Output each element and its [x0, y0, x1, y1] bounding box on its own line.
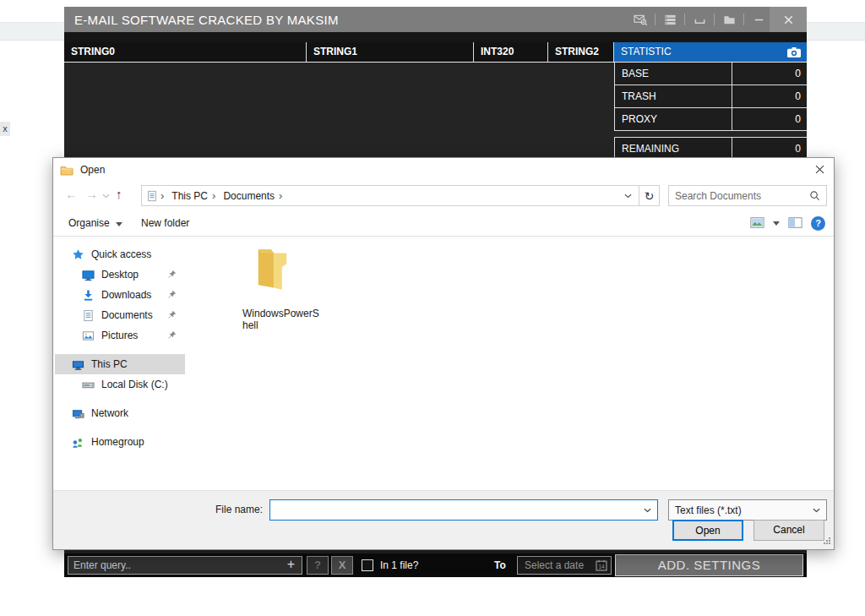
column-header[interactable]: STRING2 [548, 42, 614, 62]
in-file-label: In 1 file? [380, 559, 418, 571]
search-icon [809, 190, 820, 201]
pin-icon [167, 270, 177, 279]
statistic-row: BASE 0 [614, 63, 807, 85]
statistic-value: 0 [732, 108, 807, 130]
breadcrumb-group: Documents› [218, 189, 285, 202]
query-clear-button[interactable]: X [331, 556, 353, 575]
sidebar-item-label: Pictures [101, 330, 138, 341]
column-header[interactable]: STRING0 [64, 42, 307, 62]
file-name-input[interactable] [270, 504, 644, 516]
desktop-icon [82, 269, 96, 281]
up-icon[interactable]: ↑ [116, 187, 122, 201]
breadcrumb-item[interactable]: Documents [218, 190, 276, 202]
network-icon [72, 407, 86, 420]
navigation-pane: Quick access Desktop Downloads Documents [53, 237, 187, 490]
calendar-icon[interactable]: 14 [596, 559, 607, 571]
refresh-icon[interactable]: ↻ [639, 186, 659, 205]
sidebar-item[interactable]: Downloads [55, 285, 185, 305]
sidebar-item[interactable]: Local Disk (C:) [55, 374, 185, 395]
breadcrumb-item[interactable]: This PC [166, 190, 209, 202]
star-icon [72, 248, 86, 261]
minimize-button[interactable] [748, 7, 770, 32]
file-name-label: WindowsPowerShell [242, 308, 320, 331]
new-folder-button[interactable]: New folder [141, 217, 189, 229]
thumbnail-view-icon[interactable] [750, 217, 764, 231]
folder-icon[interactable] [718, 7, 740, 32]
date-picker[interactable]: Select a date 14 [517, 556, 612, 575]
breadcrumb-chevron[interactable]: › [209, 189, 218, 202]
history-chevron-icon[interactable] [102, 194, 110, 199]
sidebar-item[interactable]: Documents [55, 305, 185, 325]
titlebar-buttons [629, 7, 807, 32]
divider [743, 14, 744, 25]
document-icon [82, 309, 96, 322]
search-field[interactable] [668, 185, 827, 206]
dialog-close-button[interactable] [805, 158, 834, 180]
app-title: E-MAIL SOFTWARE CRACKED BY MAKSIM [64, 13, 629, 27]
chevron-down-icon[interactable] [773, 221, 780, 226]
column-header[interactable]: INT320 [474, 42, 548, 62]
sidebar-item-label: Downloads [101, 289, 151, 301]
date-placeholder: Select a date [518, 559, 596, 571]
add-settings-button[interactable]: ADD. SETTINGS [615, 554, 803, 576]
sidebar-item-label: Local Disk (C:) [101, 379, 168, 390]
sidebar-item-label: Quick access [91, 248, 151, 260]
app-titlebar: E-MAIL SOFTWARE CRACKED BY MAKSIM [64, 7, 807, 32]
preview-pane-icon[interactable] [788, 217, 802, 231]
file-type-combo[interactable]: Text files (*.txt) [668, 499, 827, 521]
in-file-checkbox[interactable] [362, 559, 373, 571]
folder-icon [249, 243, 327, 296]
file-name-label: File name: [180, 504, 263, 515]
query-input[interactable] [68, 559, 284, 571]
chevron-down-icon[interactable] [644, 508, 651, 513]
dialog-titlebar: Open [53, 158, 834, 182]
sidebar-item[interactable]: Quick access [55, 244, 185, 264]
disk-icon [82, 379, 96, 391]
statistic-row: PROXY 0 [614, 108, 807, 131]
search-input[interactable] [669, 190, 809, 202]
forward-icon[interactable]: → [85, 187, 98, 201]
close-button[interactable] [770, 7, 807, 32]
column-header[interactable]: STRING1 [307, 42, 474, 62]
app-bottom-bar: + ? X In 1 file? To Select a date 14 ADD… [64, 553, 807, 577]
sidebar-item[interactable]: Network [55, 403, 185, 423]
sidebar-item[interactable]: Desktop [55, 264, 185, 285]
query-field[interactable]: + [68, 556, 302, 575]
chevron-down-icon[interactable] [813, 508, 820, 513]
help-button[interactable]: ? [811, 216, 825, 231]
file-item[interactable]: WindowsPowerShell [242, 243, 327, 331]
sidebar-item-label: This PC [91, 358, 128, 370]
stray-close-box[interactable]: x [0, 122, 10, 136]
address-bar[interactable]: › This PC›Documents› ↻ [141, 185, 660, 206]
statistic-panel: BASE 0 TRASH 0 PROXY 0 REMAINING 0 [614, 63, 807, 160]
address-dropdown-icon[interactable] [617, 194, 639, 199]
chevron-down-icon [116, 222, 122, 226]
camera-icon[interactable] [786, 46, 802, 58]
add-query-button[interactable]: + [284, 557, 302, 574]
statistic-header[interactable]: STATISTIC [614, 42, 807, 62]
sidebar-item-label: Homegroup [91, 436, 144, 448]
mail-search-icon[interactable] [629, 7, 651, 32]
open-dialog: Open ← → ↑ › This PC›Documents› ↻ [52, 157, 835, 550]
computer-icon [72, 358, 86, 371]
sidebar-item[interactable]: Homegroup [55, 432, 185, 452]
sidebar-item[interactable]: This PC [55, 354, 185, 374]
downloads-icon [82, 289, 96, 302]
tray-icon[interactable] [688, 7, 710, 32]
cancel-button[interactable]: Cancel [753, 520, 824, 541]
open-button[interactable]: Open [672, 520, 743, 541]
back-icon[interactable]: ← [65, 187, 78, 201]
breadcrumb-chevron[interactable]: › [276, 189, 285, 202]
pictures-icon [82, 330, 96, 342]
file-type-value: Text files (*.txt) [669, 504, 813, 516]
query-help-button[interactable]: ? [307, 556, 329, 575]
resize-grip[interactable] [823, 536, 831, 548]
breadcrumb-chevron: › [158, 189, 166, 202]
file-name-combo[interactable] [269, 499, 658, 521]
organise-button[interactable]: Organise [68, 217, 122, 229]
sidebar-item[interactable]: Pictures [55, 325, 185, 346]
statistic-row: REMAINING 0 [614, 137, 807, 160]
homegroup-icon [72, 436, 86, 449]
statistic-label: TRASH [615, 85, 732, 107]
list-icon[interactable] [659, 7, 681, 32]
